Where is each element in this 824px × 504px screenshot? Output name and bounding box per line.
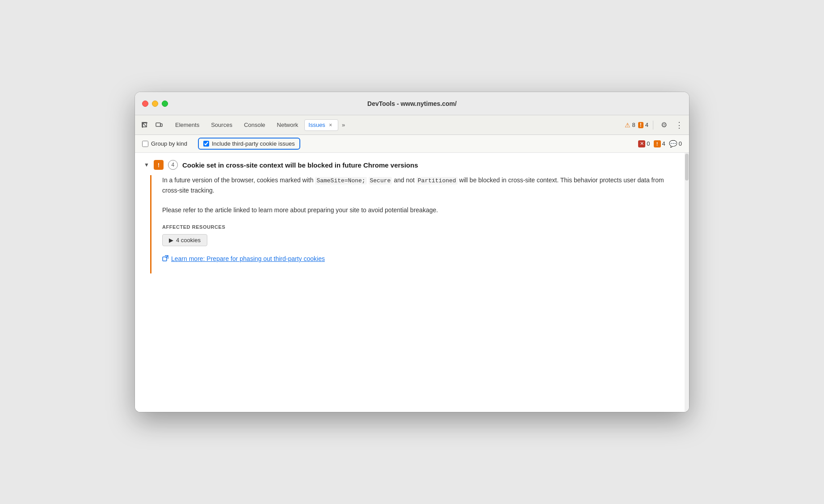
device-toolbar-icon[interactable] — [153, 119, 165, 131]
content-area: ▼ ! 4 Cookie set in cross-site context w… — [135, 153, 689, 412]
filter-warning-icon: ! — [654, 140, 661, 147]
include-third-party-label[interactable]: Include third-party cookie issues — [212, 140, 295, 147]
more-options-button[interactable]: ⋮ — [673, 119, 685, 131]
filter-badge-error[interactable]: ✕ 0 — [638, 140, 650, 147]
desc-text-4: Please refer to the article linked to le… — [162, 206, 438, 214]
external-link-icon — [162, 255, 168, 263]
error-icon: ! — [638, 122, 643, 128]
tab-bar-right: ⚠ 8 ! 4 ⚙ ⋮ — [625, 119, 685, 131]
warning-badge-group: ⚠ 8 — [625, 122, 635, 129]
svg-rect-4 — [156, 123, 160, 126]
cursor-icon[interactable] — [139, 119, 151, 131]
traffic-lights — [142, 101, 168, 107]
window-title: DevTools - www.nytimes.com/ — [367, 100, 457, 107]
group-by-kind-checkbox-group: Group by kind — [142, 140, 187, 147]
desc-text-2: and not — [392, 176, 416, 184]
tab-bar: Elements Sources Console Network Issues … — [135, 115, 689, 135]
filter-badge-info[interactable]: 💬 0 — [669, 140, 682, 148]
tab-issues-close[interactable]: × — [327, 122, 334, 129]
desc-text-1: In a future version of the browser, cook… — [162, 176, 315, 184]
issue-type-badge: ! — [154, 160, 164, 170]
issue-description-1: In a future version of the browser, cook… — [162, 175, 680, 196]
group-by-kind-checkbox[interactable] — [142, 141, 148, 147]
warning-count: 8 — [632, 122, 635, 128]
tab-issues[interactable]: Issues × — [304, 119, 338, 131]
issue-body: In a future version of the browser, cook… — [150, 175, 680, 273]
group-by-kind-label[interactable]: Group by kind — [151, 140, 187, 147]
filter-info-icon: 💬 — [669, 140, 677, 148]
learn-more-text: Learn more: Prepare for phasing out thir… — [171, 255, 325, 262]
issue-description-2: Please refer to the article linked to le… — [162, 205, 680, 215]
issues-toolbar: Group by kind Include third-party cookie… — [135, 135, 689, 153]
error-badge-group: ! 4 — [638, 122, 648, 128]
filter-error-icon: ✕ — [638, 140, 645, 147]
tab-bar-icons — [139, 119, 165, 131]
settings-button[interactable]: ⚙ — [658, 119, 670, 131]
include-third-party-checkbox-group: Include third-party cookie issues — [198, 138, 300, 150]
issue-count-badge: 4 — [168, 160, 178, 170]
cookies-button-arrow: ▶ — [169, 237, 173, 244]
issue-section: ▼ ! 4 Cookie set in cross-site context w… — [135, 153, 689, 273]
error-count: 4 — [645, 122, 648, 128]
tab-console[interactable]: Console — [239, 120, 271, 130]
scrollbar-thumb[interactable] — [685, 154, 689, 181]
filter-badges: ✕ 0 ! 4 💬 0 — [638, 140, 682, 148]
main-content: ▼ ! 4 Cookie set in cross-site context w… — [135, 153, 689, 412]
separator — [653, 121, 653, 130]
learn-more-link[interactable]: Learn more: Prepare for phasing out thir… — [162, 255, 680, 263]
close-button[interactable] — [142, 101, 148, 107]
minimize-button[interactable] — [152, 101, 158, 107]
filter-warning-count: 4 — [662, 140, 665, 147]
cookies-button-label: 4 cookies — [176, 237, 201, 244]
maximize-button[interactable] — [162, 101, 168, 107]
tab-more[interactable]: » — [339, 120, 348, 130]
warning-icon: ⚠ — [625, 122, 631, 129]
issue-header: ▼ ! 4 Cookie set in cross-site context w… — [144, 160, 680, 170]
code-partitioned: Partitioned — [416, 177, 458, 185]
filter-badge-warning[interactable]: ! 4 — [654, 140, 665, 147]
devtools-window: DevTools - www.nytimes.com/ — [135, 92, 689, 412]
code-secure: Secure — [369, 177, 392, 185]
scrollbar[interactable] — [685, 153, 689, 412]
code-samesite: SameSite=None; — [315, 177, 366, 185]
tab-sources[interactable]: Sources — [206, 120, 238, 130]
filter-error-count: 0 — [647, 140, 650, 147]
cookies-expand-button[interactable]: ▶ 4 cookies — [162, 234, 207, 246]
affected-resources-label: AFFECTED RESOURCES — [162, 224, 680, 230]
title-bar: DevTools - www.nytimes.com/ — [135, 92, 689, 115]
filter-info-count: 0 — [679, 140, 682, 147]
include-third-party-checkbox[interactable] — [203, 141, 209, 147]
tab-network[interactable]: Network — [272, 120, 304, 130]
issue-title: Cookie set in cross-site context will be… — [182, 161, 418, 169]
devtools-body: ▼ ! 4 Cookie set in cross-site context w… — [135, 153, 689, 412]
collapse-arrow[interactable]: ▼ — [144, 162, 149, 168]
tab-elements[interactable]: Elements — [170, 120, 205, 130]
svg-rect-5 — [160, 124, 162, 126]
